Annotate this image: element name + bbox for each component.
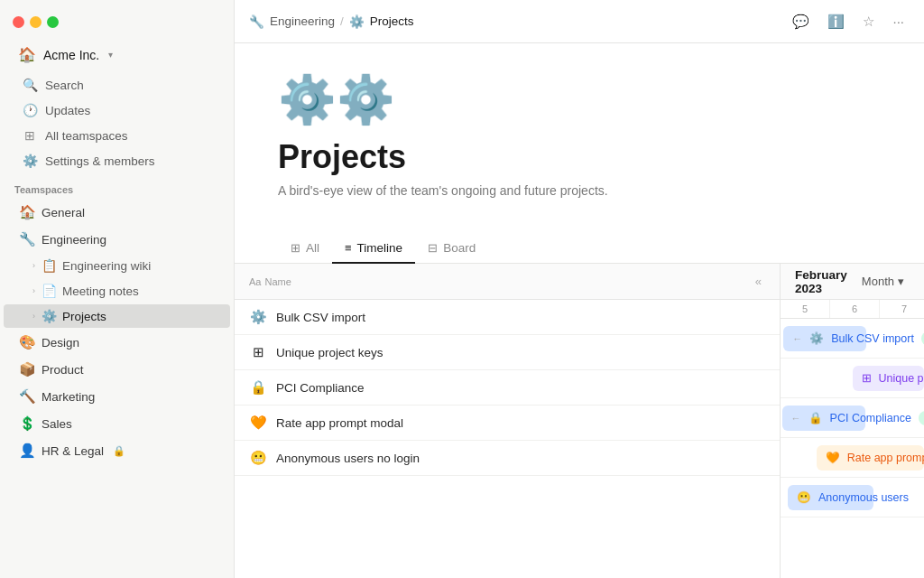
more-button[interactable]: ··· [887,10,910,33]
sidebar-item-engineering-wiki[interactable]: › 📋 Engineering wiki [4,254,230,277]
sidebar-item-product[interactable]: 📦 Product [4,357,230,382]
bar-task-icon: ⚙️ [809,331,824,345]
timeline-bar-area: 🧡 Rate app prompt modal Compl [781,438,924,477]
grid-icon: ⊞ [22,128,38,143]
tabs-bar: ⊞ All ≡ Timeline ⊟ Board [235,234,924,264]
tab-board[interactable]: ⊟ Board [415,234,488,264]
sidebar-item-sales[interactable]: 💲 Sales [4,411,230,436]
timeline-header: February 2023 Month ▾ [781,264,924,300]
timeline-bar[interactable]: ← 🔒 PCI Compliance Complete 👤 [782,406,865,431]
tasks-panel-header: Aa Name « [235,264,780,300]
tab-timeline[interactable]: ≡ Timeline [332,234,415,264]
breadcrumb-projects-label[interactable]: Projects [370,14,414,28]
timeline-row-unique-keys: ⊞ Unique project keys In flight 👤 [781,359,924,398]
bar-label: Bulk CSV import [831,332,914,345]
teamspace-label: HR & Legal [42,444,104,458]
sidebar: 🏠 Acme Inc. ▾ 🔍 Search 🕐 Updates ⊞ All t… [0,0,235,578]
breadcrumb: 🔧 Engineering / ⚙️ Projects [249,14,414,29]
task-row[interactable]: ⊞ Unique project keys [235,335,780,370]
bar-task-icon: ⊞ [862,371,872,385]
sidebar-item-engineering[interactable]: 🔧 Engineering [4,227,230,252]
grid-icon: ⊞ [291,241,300,255]
sidebar-item-updates[interactable]: 🕐 Updates [4,98,230,122]
task-row[interactable]: 🧡 Rate app prompt modal [235,406,780,441]
timeline-panel: February 2023 Month ▾ 5 6 7 8 9 10 11 12 [781,264,924,578]
info-button[interactable]: ℹ️ [822,10,850,33]
sidebar-item-meeting-notes[interactable]: › 📄 Meeting notes [4,279,230,303]
tasks-panel: Aa Name « ⚙️ Bulk CSV import ⊞ Unique pr… [235,264,781,578]
page-header: ⚙️⚙️ Projects A bird's-eye view of the t… [235,43,924,234]
task-label: PCI Compliance [276,381,365,395]
list-icon: ≡ [345,241,352,255]
task-row[interactable]: 🔒 PCI Compliance [235,370,780,406]
page-description: A bird's-eye view of the team's ongoing … [278,183,881,198]
gear-icon: ⚙️ [22,154,38,168]
timeline-bar[interactable]: 🧡 Rate app prompt modal Compl [817,445,924,471]
comment-button[interactable]: 💬 [787,10,815,33]
sub-item-label: Projects [62,310,106,323]
bar-label: Unique project keys [879,372,925,385]
sidebar-top: 🏠 Acme Inc. ▾ [0,33,234,72]
task-label: Rate app prompt modal [276,416,403,430]
timeline-bar-area: ⊞ Unique project keys In flight 👤 [781,359,924,397]
sidebar-item-search[interactable]: 🔍 Search [4,73,230,97]
bar-task-icon: 🧡 [826,451,840,464]
topbar: 🔧 Engineering / ⚙️ Projects 💬 ℹ️ ☆ ··· [235,0,924,43]
palette-icon: 🎨 [18,334,36,350]
star-button[interactable]: ☆ [857,10,880,33]
name-label: Name [264,276,291,287]
sidebar-item-general[interactable]: 🏠 General [4,200,230,225]
timeline-bar-area: ← 🔒 PCI Compliance Complete 👤 [781,398,924,437]
task-row[interactable]: ⚙️ Bulk CSV import [235,300,780,335]
topbar-actions: 💬 ℹ️ ☆ ··· [787,10,910,33]
timeline-bar[interactable]: 😬 Anonymous users [788,485,873,510]
heart-icon: 🧡 [249,415,267,431]
page-title: Projects [278,138,881,176]
clock-icon: 🕐 [22,103,38,117]
sub-item-label: Engineering wiki [62,259,151,273]
timeline-row-bulk-csv: ← ⚙️ Bulk CSV import Complete 👤 [781,319,924,359]
minimize-button[interactable] [30,16,42,28]
sidebar-item-marketing[interactable]: 🔨 Marketing [4,384,230,409]
maximize-button[interactable] [47,16,59,28]
task-row[interactable]: 😬 Anonymous users no login [235,441,780,476]
teamspace-label: Marketing [42,390,95,404]
timeline-bar[interactable]: ⊞ Unique project keys In flight 👤 [853,366,925,391]
dollar-icon: 💲 [18,415,36,432]
teamspaces-label: Teamspaces [0,173,234,199]
bar-label: Rate app prompt modal [847,452,924,464]
teamspace-label: General [42,206,85,219]
tab-board-label: Board [443,241,476,255]
breadcrumb-separator: / [340,14,344,28]
task-label: Bulk CSV import [276,311,365,324]
close-button[interactable] [13,16,24,28]
sidebar-item-all-teamspaces[interactable]: ⊞ All teamspaces [4,124,230,147]
tab-all[interactable]: ⊞ All [278,234,332,264]
gear-icon: ⚙️ [41,309,57,323]
chevron-right-icon: › [32,312,35,321]
sidebar-item-projects[interactable]: › ⚙️ Projects [4,304,230,328]
day-cell: 7 [880,300,924,318]
breadcrumb-engineering-icon: 🔧 [249,14,264,29]
chevron-right-icon: › [32,261,35,270]
workspace-header[interactable]: 🏠 Acme Inc. ▾ [11,41,223,69]
month-selector[interactable]: Month ▾ [856,272,910,291]
doc-icon: 📋 [41,258,57,273]
timeline-container: Aa Name « ⚙️ Bulk CSV import ⊞ Unique pr… [235,264,924,578]
sidebar-item-label: Settings & members [45,154,155,168]
name-column-header: Aa Name [249,276,291,287]
sidebar-item-design[interactable]: 🎨 Design [4,330,230,355]
sidebar-item-label: Search [45,79,84,92]
board-icon: ⊟ [428,241,438,255]
timeline-row-anon-users: 😬 Anonymous users [781,478,924,517]
back-arrow-icon: ← [791,413,801,424]
collapse-button[interactable]: « [752,273,765,290]
tab-all-label: All [306,241,319,255]
sidebar-item-settings[interactable]: ⚙️ Settings & members [4,149,230,172]
timeline-bar[interactable]: ← ⚙️ Bulk CSV import Complete 👤 [783,326,866,351]
task-label: Unique project keys [276,346,383,359]
teamspace-label: Product [42,363,84,377]
sidebar-item-hr-legal[interactable]: 👤 HR & Legal 🔒 [4,438,230,463]
breadcrumb-engineering-label[interactable]: Engineering [270,14,335,28]
sidebar-item-label: All teamspaces [45,129,128,143]
